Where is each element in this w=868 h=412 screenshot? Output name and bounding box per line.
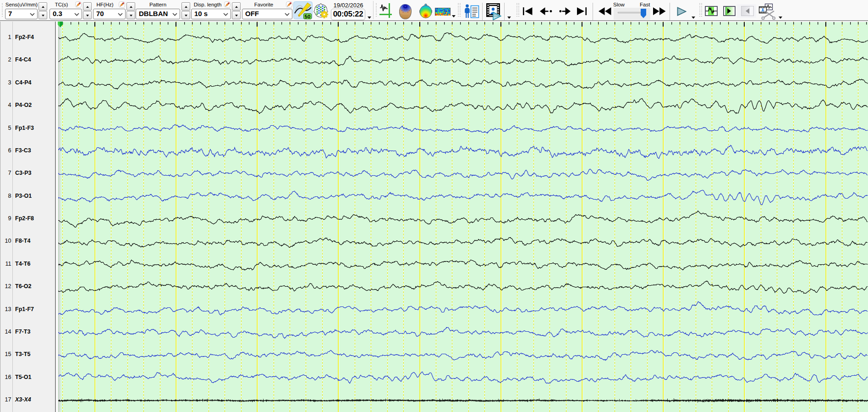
svg-text:50: 50 (305, 14, 311, 19)
